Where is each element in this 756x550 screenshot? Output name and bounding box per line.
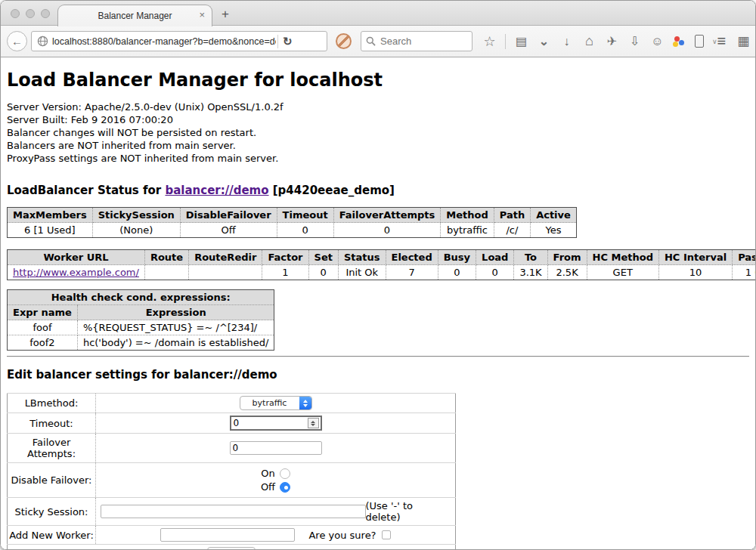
search-box[interactable] <box>361 31 472 51</box>
section-divider <box>7 356 749 357</box>
notice-proxypass: ProxyPass settings are NOT inherited fro… <box>7 152 749 165</box>
reading-list-icon[interactable]: ▤ <box>514 34 528 48</box>
col-worker-url: Worker URL <box>8 250 145 265</box>
add-worker-row: Add New Worker: Are you sure? <box>8 526 456 545</box>
timeout-label: Timeout: <box>8 413 96 434</box>
submit-button[interactable]: Submit <box>207 547 255 550</box>
sticky-session-row: Sticky Session: (Use '-' to delete) <box>8 498 456 526</box>
tab-groups-icon[interactable]: ▦ <box>737 33 749 49</box>
balancer-settings-form: LBmethod: bytraffic Timeout: 0 <box>7 393 456 550</box>
page-content: Load Balancer Manager for localhost Serv… <box>1 57 755 550</box>
timeout-input[interactable]: 0 <box>230 416 322 431</box>
val-route <box>144 265 188 280</box>
url-bar[interactable]: localhost:8880/balancer-manager?b=demo&n… <box>31 31 327 51</box>
window-controls <box>11 9 50 18</box>
timeout-row: Timeout: 0 <box>8 413 456 434</box>
val-set: 0 <box>308 265 338 280</box>
menu-group: ≡ ▦ <box>717 32 750 50</box>
disable-failover-row: Disable Failover: On Off <box>8 463 456 498</box>
balancer-demo-link[interactable]: balancer://demo <box>165 184 268 197</box>
col-busy: Busy <box>438 250 476 265</box>
val-passes: 1 (0) <box>733 265 755 280</box>
failover-attempts-label: Failover Attempts: <box>8 434 96 463</box>
color-dots-icon[interactable] <box>673 36 686 48</box>
feedback-smiley-icon[interactable]: ☺ <box>650 35 665 48</box>
server-info: Server Version: Apache/2.5.0-dev (Unix) … <box>7 100 749 165</box>
toolbar-divider <box>505 34 506 49</box>
balancer-status-table: MaxMembers StickySession DisableFailover… <box>7 207 577 238</box>
balancer-data-row: 6 [1 Used] (None) Off 0 0 bytraffic /c/ … <box>8 223 577 238</box>
col-status: Status <box>338 250 386 265</box>
col-failoverattempts: FailoverAttempts <box>333 208 441 223</box>
col-load: Load <box>476 250 514 265</box>
val-expr-name-1: foof <box>8 320 78 335</box>
sticky-session-label: Sticky Session: <box>8 498 96 526</box>
col-active: Active <box>531 208 577 223</box>
health-row-foof2: foof2 hc('body') =~ /domain is establish… <box>8 335 274 351</box>
maximize-window-button[interactable] <box>41 9 50 18</box>
col-expression: Expression <box>77 305 274 320</box>
are-you-sure-checkbox[interactable] <box>382 530 391 539</box>
val-hc-method: GET <box>587 265 658 280</box>
tab-close-icon[interactable]: × <box>199 9 205 21</box>
health-table-title: Health check cond. expressions: <box>8 290 274 305</box>
col-stickysession: StickySession <box>92 208 180 223</box>
download-icon[interactable]: ↓ <box>559 35 574 48</box>
status-heading-prefix: LoadBalancer Status for <box>7 184 165 197</box>
val-timeout: 0 <box>277 223 333 238</box>
bookmark-star-icon[interactable]: ☆ <box>482 33 497 50</box>
tab-balancer-manager[interactable]: Balancer Manager × <box>57 5 212 26</box>
close-window-button[interactable] <box>11 9 20 18</box>
val-active: Yes <box>531 223 577 238</box>
device-sync-icon[interactable] <box>695 35 704 48</box>
minimize-window-button[interactable] <box>26 9 35 18</box>
back-button[interactable]: ← <box>7 31 27 51</box>
health-check-table: Health check cond. expressions: Expr nam… <box>7 289 274 351</box>
sticky-session-input[interactable] <box>101 505 366 518</box>
pocket-icon[interactable]: ⌄ <box>537 34 551 48</box>
val-expr-name-2: foof2 <box>8 335 78 351</box>
col-to: To <box>514 250 547 265</box>
add-worker-label: Add New Worker: <box>8 526 96 545</box>
reload-icon[interactable]: ↻ <box>283 35 293 48</box>
lbmethod-select[interactable]: bytraffic <box>240 396 312 410</box>
radio-off[interactable] <box>280 482 290 493</box>
send-tab-icon[interactable]: ✈ <box>605 34 619 48</box>
lbmethod-row: LBmethod: bytraffic <box>8 394 456 413</box>
worker-table: Worker URL Route RouteRedir Factor Set S… <box>7 249 755 280</box>
submit-row: Submit <box>8 545 456 550</box>
worker-url-link[interactable]: http://www.example.com/ <box>13 267 139 278</box>
search-input[interactable] <box>380 36 456 47</box>
new-tab-button[interactable]: + <box>222 7 229 22</box>
edit-settings-heading: Edit balancer settings for balancer://de… <box>7 368 749 382</box>
worker-data-row: http://www.example.com/ 1 0 Init Ok 7 0 … <box>8 265 756 280</box>
page-title: Load Balancer Manager for localhost <box>7 57 749 91</box>
back-icon: ← <box>11 35 23 48</box>
col-disablefailover: DisableFailover <box>180 208 277 223</box>
val-expression-1: %{REQUEST_STATUS} =~ /^[234]/ <box>77 320 274 335</box>
val-to: 3.1K <box>514 265 547 280</box>
radio-on[interactable] <box>280 468 290 479</box>
add-worker-input[interactable] <box>160 528 295 542</box>
menu-icon[interactable]: ≡ <box>717 32 727 50</box>
lbmethod-selected-value: bytraffic <box>240 398 299 408</box>
lbmethod-label: LBmethod: <box>8 394 96 413</box>
failover-attempts-input[interactable] <box>230 441 322 455</box>
chevron-down-icon[interactable]: ∨ <box>712 38 717 45</box>
home-icon[interactable]: ⌂ <box>582 33 596 49</box>
reader-view-icon[interactable]: ⇩ <box>627 34 642 48</box>
url-text[interactable]: localhost:8880/balancer-manager?b=demo&n… <box>52 36 276 47</box>
toolbar-icons: ☆ ▤ ⌄ ↓ ⌂ ✈ ⇩ ☺ ∨ <box>482 33 717 50</box>
col-maxmembers: MaxMembers <box>8 208 93 223</box>
health-title-row: Health check cond. expressions: <box>8 290 274 305</box>
col-expr-name: Expr name <box>8 305 78 320</box>
browser-window: Balancer Manager × + ← localhost:8880/ba… <box>0 0 756 550</box>
timeout-value: 0 <box>231 418 308 428</box>
val-path: /c/ <box>494 223 530 238</box>
are-you-sure-label: Are you sure? <box>308 530 376 541</box>
tracking-blocked-icon[interactable] <box>336 33 352 49</box>
val-elected: 7 <box>386 265 438 280</box>
number-spinner-icon[interactable] <box>308 418 319 428</box>
tab-bar: Balancer Manager × + <box>1 1 755 26</box>
val-method: bytraffic <box>441 223 494 238</box>
